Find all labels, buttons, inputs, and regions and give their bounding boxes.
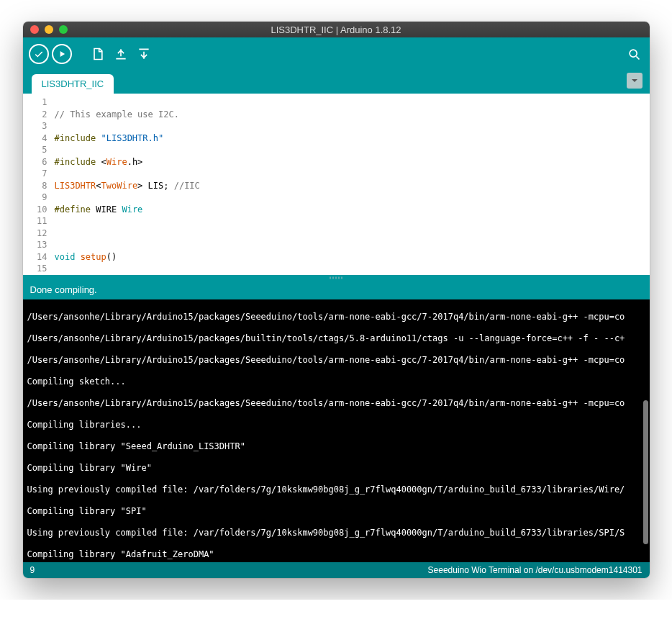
code-editor[interactable]: 123 456 789 101112 131415 // This exampl…	[23, 94, 650, 275]
arduino-ide-window: LIS3DHTR_IIC | Arduino 1.8.12 LIS3DHTR_I…	[23, 22, 650, 578]
cursor-line: 9	[30, 565, 35, 575]
console-scrollbar[interactable]	[643, 400, 648, 544]
line-number-gutter: 123 456 789 101112 131415	[23, 94, 52, 275]
svg-point-0	[630, 50, 637, 57]
zoom-window-button[interactable]	[59, 25, 68, 34]
drag-handle-icon	[330, 277, 342, 279]
window-title: LIS3DHTR_IIC | Arduino 1.8.12	[23, 24, 650, 35]
board-port-label: Seeeduino Wio Terminal on /dev/cu.usbmod…	[428, 565, 643, 575]
new-sketch-button[interactable]	[88, 44, 108, 64]
footer-bar: 9 Seeeduino Wio Terminal on /dev/cu.usbm…	[23, 562, 650, 578]
tab-strip: LIS3DHTR_IIC	[23, 71, 650, 94]
save-sketch-button[interactable]	[134, 44, 154, 64]
console-output[interactable]: /Users/ansonhe/Library/Arduino15/package…	[23, 299, 650, 562]
editor-console-splitter[interactable]	[23, 275, 650, 281]
upload-button[interactable]	[52, 44, 72, 64]
minimize-window-button[interactable]	[45, 25, 53, 34]
close-window-button[interactable]	[30, 25, 39, 34]
toolbar	[23, 37, 650, 71]
verify-button[interactable]	[29, 44, 49, 64]
status-message: Done compiling.	[23, 281, 650, 299]
tab-active[interactable]: LIS3DHTR_IIC	[32, 74, 114, 94]
window-controls	[30, 25, 68, 34]
code-content[interactable]: // This example use I2C. #include "LIS3D…	[52, 94, 507, 275]
open-sketch-button[interactable]	[111, 44, 131, 64]
tab-menu-button[interactable]	[627, 73, 643, 89]
titlebar: LIS3DHTR_IIC | Arduino 1.8.12	[23, 22, 650, 37]
serial-monitor-button[interactable]	[624, 44, 644, 64]
